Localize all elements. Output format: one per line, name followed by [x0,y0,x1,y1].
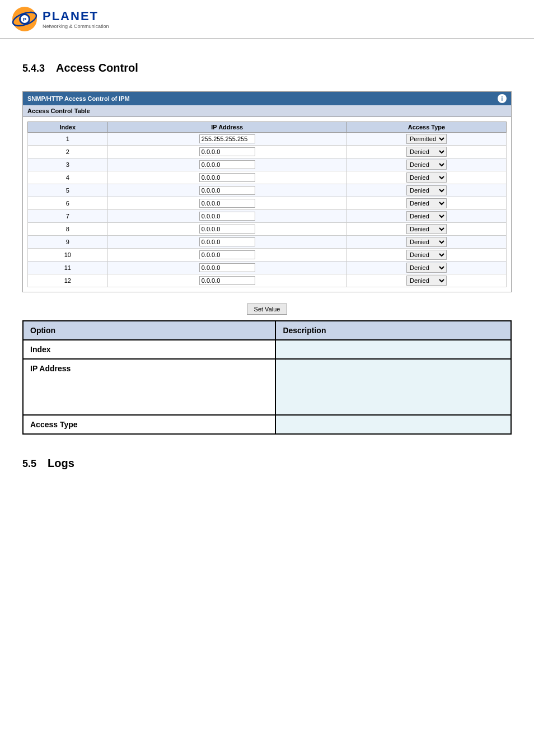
table-row: 1PermittedDenied [28,133,507,146]
col-header-index: Index [28,122,108,133]
section-title-55: Logs [48,457,74,470]
set-value-button[interactable]: Set Value [247,304,288,315]
access-control-panel: SNMP/HTTP Access Control of IPM i Access… [22,91,512,292]
cell-ip [107,274,347,287]
cell-index: 4 [28,171,108,184]
logo-text: PLANET Networking & Communication [43,9,109,29]
cell-index: 12 [28,274,108,287]
cell-ip [107,171,347,184]
col-header-access: Access Type [347,122,507,133]
panel-header: SNMP/HTTP Access Control of IPM i [23,92,511,105]
access-type-select[interactable]: PermittedDenied [406,147,447,157]
access-type-select[interactable]: PermittedDenied [406,160,447,170]
cell-index: 2 [28,146,108,158]
table-row: 7PermittedDenied [28,210,507,223]
cell-access-type: PermittedDenied [347,249,507,262]
ip-address-input[interactable] [199,147,255,156]
access-type-select[interactable]: PermittedDenied [406,224,447,234]
section-55-heading: 5.5 Logs [22,457,512,470]
panel-info-icon[interactable]: i [498,94,507,103]
options-col-header-option: Option [23,321,275,340]
panel-header-title: SNMP/HTTP Access Control of IPM [27,95,130,102]
ip-address-input[interactable] [199,199,255,208]
button-row: Set Value [22,304,512,315]
cell-index: 8 [28,223,108,236]
access-type-select[interactable]: PermittedDenied [406,172,447,183]
access-type-select[interactable]: PermittedDenied [406,263,447,273]
panel-body: Index IP Address Access Type 1PermittedD… [23,117,511,292]
cell-ip [107,197,347,210]
access-type-select[interactable]: PermittedDenied [406,211,447,221]
table-row: 10PermittedDenied [28,249,507,262]
cell-access-type: PermittedDenied [347,274,507,287]
ip-address-input[interactable] [199,173,255,182]
ip-address-input[interactable] [199,160,255,169]
cell-access-type: PermittedDenied [347,184,507,197]
cell-access-type: PermittedDenied [347,210,507,223]
planet-logo-icon: P [11,6,38,32]
options-option-cell: Index [23,340,275,359]
cell-index: 6 [28,197,108,210]
main-content: 5.4.3 Access Control SNMP/HTTP Access Co… [0,39,534,498]
col-header-ip: IP Address [107,122,347,133]
table-row: 5PermittedDenied [28,184,507,197]
cell-access-type: PermittedDenied [347,158,507,171]
cell-index: 10 [28,249,108,262]
access-type-select[interactable]: PermittedDenied [406,250,447,260]
section-number-543: 5.4.3 [22,63,45,74]
cell-ip [107,262,347,274]
access-type-select[interactable]: PermittedDenied [406,134,447,144]
options-option-cell: Access Type [23,415,275,434]
access-type-select[interactable]: PermittedDenied [406,185,447,195]
section-543-heading: 5.4.3 Access Control [22,62,512,74]
ip-address-input[interactable] [199,276,255,285]
options-table: Option Description IndexIP AddressAccess… [22,320,512,435]
cell-index: 5 [28,184,108,197]
cell-index: 9 [28,236,108,249]
cell-ip [107,236,347,249]
ip-address-input[interactable] [199,263,255,272]
table-row: 3PermittedDenied [28,158,507,171]
options-row: IP Address [23,359,511,415]
cell-access-type: PermittedDenied [347,236,507,249]
ip-address-input[interactable] [199,250,255,259]
section-title-543: Access Control [56,62,138,74]
ip-address-input[interactable] [199,186,255,195]
table-row: 12PermittedDenied [28,274,507,287]
access-type-select[interactable]: PermittedDenied [406,276,447,286]
access-type-select[interactable]: PermittedDenied [406,198,447,208]
cell-access-type: PermittedDenied [347,223,507,236]
ip-address-input[interactable] [199,237,255,246]
logo-tagline: Networking & Communication [43,24,109,29]
section-number-55: 5.5 [22,458,36,470]
cell-access-type: PermittedDenied [347,133,507,146]
cell-ip [107,133,347,146]
access-type-select[interactable]: PermittedDenied [406,237,447,247]
cell-index: 1 [28,133,108,146]
panel-subheader: Access Control Table [23,105,511,117]
cell-ip [107,146,347,158]
cell-access-type: PermittedDenied [347,146,507,158]
svg-text:P: P [23,17,26,22]
cell-index: 3 [28,158,108,171]
options-description-cell [275,415,511,434]
options-description-cell [275,340,511,359]
ip-address-input[interactable] [199,134,255,143]
ip-address-input[interactable] [199,212,255,221]
ip-address-input[interactable] [199,225,255,234]
cell-index: 11 [28,262,108,274]
cell-access-type: PermittedDenied [347,262,507,274]
options-col-header-description: Description [275,321,511,340]
table-row: 6PermittedDenied [28,197,507,210]
table-row: 4PermittedDenied [28,171,507,184]
table-row: 8PermittedDenied [28,223,507,236]
table-row: 2PermittedDenied [28,146,507,158]
cell-ip [107,249,347,262]
options-option-cell: IP Address [23,359,275,415]
options-row: Access Type [23,415,511,434]
cell-index: 7 [28,210,108,223]
options-description-cell [275,359,511,415]
cell-ip [107,158,347,171]
access-control-table: Index IP Address Access Type 1PermittedD… [27,122,507,287]
cell-ip [107,184,347,197]
